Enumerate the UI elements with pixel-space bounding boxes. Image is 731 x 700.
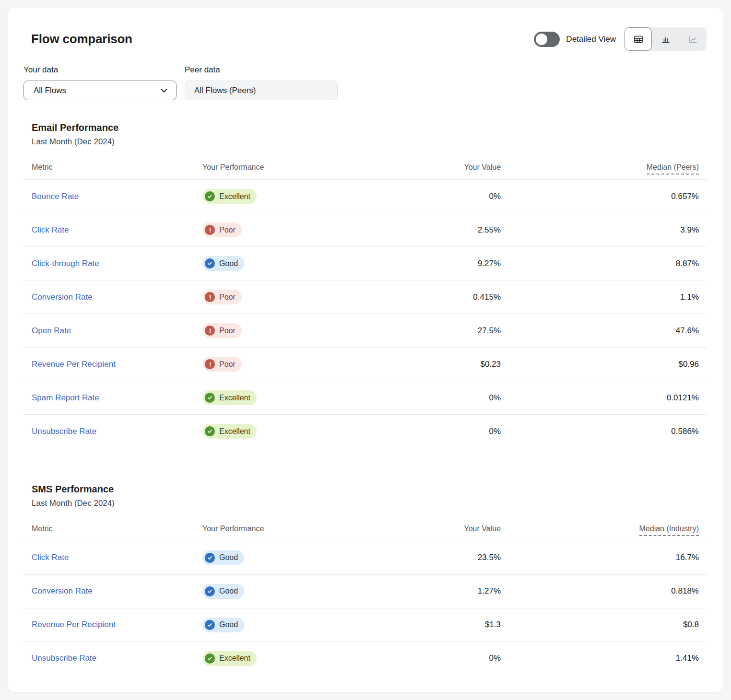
- your-data-select[interactable]: All Flows: [24, 81, 177, 100]
- status-badge: Poor: [202, 222, 242, 237]
- table-view-button[interactable]: [625, 27, 652, 51]
- metric-link[interactable]: Click Rate: [32, 553, 69, 562]
- median-tooltip-trigger[interactable]: Median (Peers): [647, 163, 699, 175]
- check-icon: [207, 428, 213, 434]
- median-value: 0.586%: [508, 415, 707, 448]
- status-circle-icon: [205, 653, 215, 664]
- median-value: 3.9%: [508, 213, 707, 247]
- median-value: 1.41%: [508, 642, 707, 675]
- status-circle-icon: [205, 359, 215, 369]
- page-title: Flow comparison: [31, 32, 132, 47]
- your-value: 0%: [382, 381, 508, 415]
- section-subtitle: Last Month (Dec 2024): [32, 499, 707, 508]
- status-label: Poor: [219, 293, 236, 302]
- metric-cell: Revenue Per Recipient: [24, 608, 194, 642]
- performance-section: SMS Performance Last Month (Dec 2024) Me…: [24, 484, 707, 676]
- status-circle-icon: [205, 225, 215, 235]
- status-circle-icon: [205, 426, 215, 436]
- table-row: Revenue Per Recipient Poor $0.23 $0.96: [24, 348, 707, 381]
- status-label: Good: [219, 620, 238, 629]
- median-value: 0.818%: [508, 574, 707, 608]
- median-value: 16.7%: [508, 541, 707, 574]
- your-data-select-value: All Flows: [34, 86, 66, 95]
- metric-link[interactable]: Conversion Rate: [32, 586, 93, 595]
- metric-link[interactable]: Open Rate: [32, 326, 71, 335]
- metric-link[interactable]: Click Rate: [32, 225, 69, 234]
- metric-cell: Bounce Rate: [24, 180, 194, 213]
- status-badge: Poor: [202, 290, 242, 304]
- performance-cell: Good: [194, 541, 382, 574]
- table-row: Unsubscribe Rate Excellent 0% 1.41%: [24, 642, 707, 675]
- metric-link[interactable]: Revenue Per Recipient: [32, 620, 116, 629]
- status-badge: Good: [202, 584, 244, 599]
- your-value: 9.27%: [382, 247, 508, 280]
- metric-cell: Unsubscribe Rate: [24, 642, 194, 675]
- alert-icon: [207, 327, 213, 334]
- median-value: 47.6%: [508, 314, 707, 348]
- status-label: Poor: [219, 226, 236, 234]
- column-header-your-performance: Your Performance: [194, 519, 382, 541]
- detailed-view-toggle[interactable]: [534, 32, 560, 47]
- status-circle-icon: [205, 393, 215, 403]
- your-value: 23.5%: [382, 541, 508, 574]
- status-label: Poor: [219, 327, 236, 335]
- alert-icon: [207, 227, 213, 233]
- metric-link[interactable]: Unsubscribe Rate: [32, 427, 96, 436]
- column-header-your-performance: Your Performance: [194, 157, 382, 180]
- column-header-your-value: Your Value: [382, 519, 508, 541]
- performance-table: Metric Your Performance Your Value Media…: [24, 157, 707, 448]
- your-value: 0.415%: [382, 280, 508, 314]
- table-header-row: Metric Your Performance Your Value Media…: [24, 157, 707, 180]
- status-badge: Poor: [202, 323, 242, 338]
- table-row: Bounce Rate Excellent 0% 0.657%: [24, 180, 707, 213]
- table-row: Unsubscribe Rate Excellent 0% 0.586%: [24, 415, 707, 448]
- metric-link[interactable]: Bounce Rate: [32, 192, 79, 201]
- column-header-metric: Metric: [24, 519, 194, 541]
- performance-cell: Excellent: [194, 381, 382, 415]
- sections: Email Performance Last Month (Dec 2024) …: [24, 122, 707, 675]
- metric-link[interactable]: Conversion Rate: [32, 292, 93, 302]
- column-header-median: Median (Industry): [508, 519, 707, 541]
- table-row: Click-through Rate Good 9.27% 8.87%: [24, 247, 707, 280]
- peer-data-input[interactable]: [185, 81, 338, 100]
- bar-chart-view-icon: [660, 34, 672, 45]
- peer-data-label: Peer data: [185, 65, 338, 75]
- section-subtitle: Last Month (Dec 2024): [32, 137, 707, 147]
- metric-link[interactable]: Click-through Rate: [32, 259, 99, 268]
- line-chart-view-button[interactable]: [679, 27, 707, 51]
- performance-cell: Good: [194, 247, 382, 280]
- your-value: 0%: [382, 642, 508, 675]
- median-value: 0.657%: [508, 180, 707, 213]
- table-row: Open Rate Poor 27.5% 47.6%: [24, 314, 707, 348]
- toggle-knob-icon: [536, 34, 547, 45]
- status-label: Good: [219, 553, 238, 562]
- status-badge: Good: [202, 618, 244, 632]
- detailed-view-label: Detailed View: [566, 35, 616, 44]
- peer-data-field: Peer data: [185, 65, 338, 100]
- table-row: Click Rate Good 23.5% 16.7%: [24, 541, 707, 574]
- status-label: Good: [219, 587, 238, 595]
- table-header-row: Metric Your Performance Your Value Media…: [24, 519, 707, 541]
- metric-cell: Click Rate: [24, 213, 194, 247]
- median-value: $0.8: [508, 608, 707, 642]
- status-label: Excellent: [219, 192, 250, 201]
- column-header-median: Median (Peers): [508, 157, 707, 180]
- section-title: SMS Performance: [32, 484, 707, 495]
- median-tooltip-trigger[interactable]: Median (Industry): [639, 525, 699, 536]
- status-circle-icon: [205, 191, 215, 201]
- performance-cell: Excellent: [194, 180, 382, 213]
- median-value: 0.0121%: [508, 381, 707, 415]
- metric-link[interactable]: Spam Report Rate: [32, 393, 99, 402]
- metric-cell: Conversion Rate: [24, 574, 194, 608]
- metric-link[interactable]: Unsubscribe Rate: [32, 653, 96, 663]
- performance-cell: Poor: [194, 213, 382, 247]
- check-icon: [207, 622, 213, 628]
- status-label: Good: [219, 259, 238, 268]
- metric-link[interactable]: Revenue Per Recipient: [32, 360, 116, 369]
- your-value: $1.3: [382, 608, 508, 642]
- bar-chart-view-button[interactable]: [652, 27, 679, 51]
- status-circle-icon: [205, 258, 215, 268]
- status-badge: Excellent: [202, 424, 257, 439]
- performance-cell: Good: [194, 608, 382, 642]
- metric-cell: Unsubscribe Rate: [24, 415, 194, 448]
